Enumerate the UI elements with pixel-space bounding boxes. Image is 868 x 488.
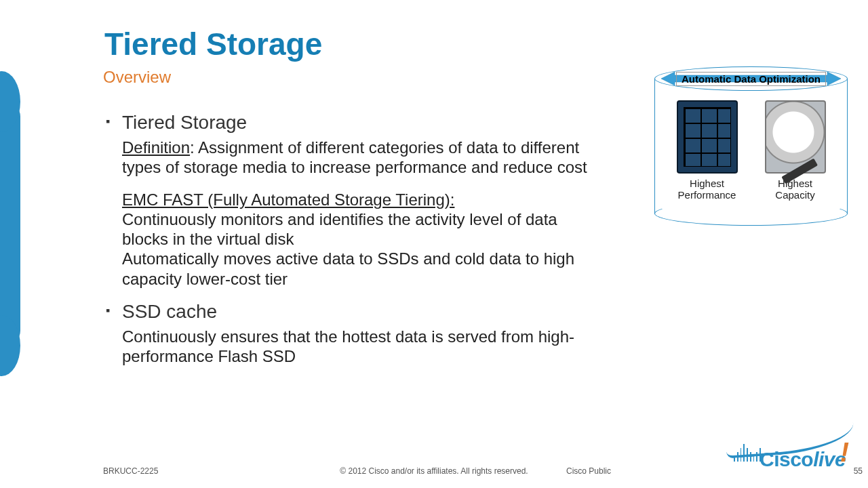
definition-paragraph: Definition: Assignment of different cate… [106,138,594,178]
page-number: 55 [854,466,863,476]
cylinder-bottom [654,201,848,226]
definition-label: Definition [122,138,190,157]
content-area: Tiered Storage Definition: Assignment of… [106,112,594,378]
hdd-icon [765,100,826,174]
bullet-ssd-cache: SSD cache [106,301,594,323]
ssd-icon [677,100,738,174]
classification-text: Cisco Public [566,466,611,476]
definition-text: : Assignment of different categories of … [122,138,587,176]
ssd-device: Highest Performance [671,100,743,201]
slide: Tiered Storage Overview Tiered Storage D… [0,0,868,488]
fast-line1: Continuously monitors and identifies the… [122,210,557,248]
bullet-tiered-storage: Tiered Storage [106,112,594,134]
footer: BRKUCC-2225 © 2012 Cisco and/or its affi… [0,453,868,480]
fast-line2: Automatically moves active data to SSDs … [122,249,574,287]
ssd-label: Highest Performance [671,178,743,201]
copyright-text: © 2012 Cisco and/or its affiliates. All … [0,466,868,476]
hdd-device: Highest Capacity [760,100,831,201]
left-accent-bar [0,102,20,346]
fast-paragraph: EMC FAST (Fully Automated Storage Tierin… [106,190,594,289]
storage-cylinder-diagram: Automatic Data Optimization Highest Perf… [654,66,848,226]
fast-label: EMC FAST (Fully Automated Storage Tierin… [122,190,454,209]
ssd-cache-paragraph: Continuously ensures that the hottest da… [106,327,594,367]
ado-banner-label: Automatic Data Optimization [676,72,826,86]
hdd-label: Highest Capacity [760,178,831,201]
slide-title: Tiered Storage [104,26,322,62]
slide-subtitle: Overview [103,68,171,87]
